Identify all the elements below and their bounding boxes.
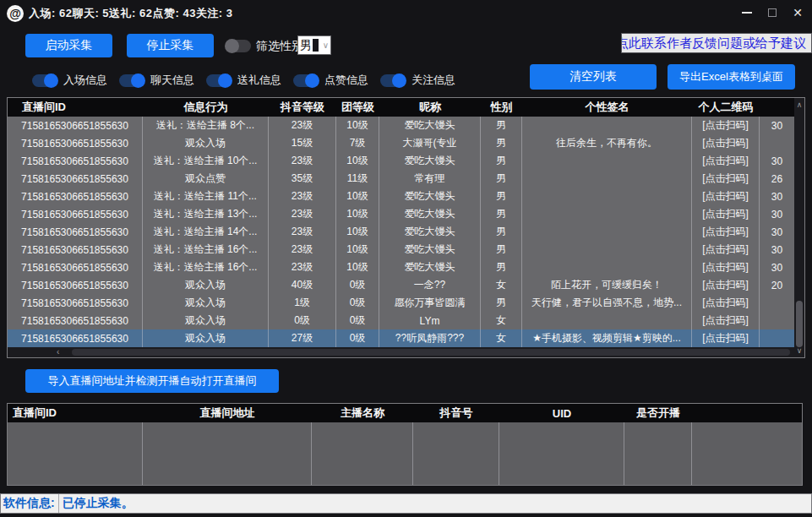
- gender-filter-label: 筛选性别: [256, 39, 303, 54]
- cell-signature: 陌上花开，可缓缓归矣！: [522, 276, 692, 294]
- cell-douyin-level: 23级: [269, 258, 336, 276]
- table-row[interactable]: 7158165306651855630送礼：送给主播 16个...23级10级爱…: [8, 241, 804, 258]
- minimize-button[interactable]: [737, 3, 757, 22]
- scrollbar-thumb[interactable]: [796, 301, 803, 347]
- cell-nickname: LYm: [379, 312, 481, 329]
- cell-action: 送礼：送给主播 8个...: [143, 117, 269, 134]
- table-row[interactable]: 7158165306651855630观众入场1级0级愿你万事皆圆满男天行健，君…: [8, 294, 804, 312]
- cell-count: 30: [760, 152, 794, 170]
- horizontal-scrollbar[interactable]: ‹: [8, 347, 794, 357]
- cell-gender: 男: [481, 117, 522, 134]
- qr-code-link[interactable]: [点击扫码]: [692, 276, 760, 294]
- toggle-enter-info[interactable]: [32, 74, 57, 87]
- toggle-item: 点赞信息: [293, 73, 368, 88]
- cell-count: 30: [760, 223, 794, 241]
- qr-code-link[interactable]: [点击扫码]: [692, 117, 760, 134]
- header-cell: 直播间ID: [8, 98, 143, 117]
- cell-douyin-level: 40级: [269, 276, 336, 294]
- header-cell: UID: [499, 404, 624, 422]
- table-row[interactable]: 7158165306651855630观众入场0级0级LYm女[点击扫码]: [8, 312, 804, 329]
- qr-code-link[interactable]: [点击扫码]: [692, 241, 760, 258]
- start-collect-button[interactable]: 启动采集: [25, 34, 112, 57]
- toggle-knob: [305, 73, 319, 88]
- close-button[interactable]: ✕: [787, 3, 808, 22]
- qr-code-link[interactable]: [点击扫码]: [692, 329, 760, 347]
- qr-code-link[interactable]: [点击扫码]: [692, 223, 760, 241]
- maximize-button[interactable]: [762, 3, 782, 22]
- cell-count: 30: [760, 188, 794, 205]
- export-excel-button[interactable]: 导出Excel表格到桌面: [668, 64, 795, 90]
- cell-nickname: ??听凤静雨???: [379, 329, 481, 347]
- cell-room-id: 7158165306651855630: [8, 188, 143, 205]
- cell-signature: [522, 188, 692, 205]
- vertical-scrollbar[interactable]: ∧ ∨: [794, 98, 804, 357]
- table-row[interactable]: 7158165306651855630送礼：送给主播 10个...23级10级爱…: [8, 152, 804, 170]
- table-row[interactable]: 7158165306651855630观众入场40级0级一念??女陌上花开，可缓…: [8, 276, 804, 294]
- cell-action: 观众入场: [143, 134, 269, 152]
- toggle-chat-info[interactable]: [119, 74, 144, 87]
- cell-team-level: 10级: [336, 241, 379, 258]
- toggle-item: 送礼信息: [206, 73, 281, 88]
- cell-team-level: 0级: [336, 294, 379, 312]
- gender-filter-toggle[interactable]: [226, 40, 251, 52]
- empty-cell: [312, 422, 413, 485]
- table-row[interactable]: 7158165306651855630观众入场27级0级??听凤静雨???女★手…: [8, 329, 804, 347]
- cell-gender: 男: [481, 258, 522, 276]
- cell-count: 26: [760, 170, 794, 188]
- qr-code-link[interactable]: [点击扫码]: [692, 205, 760, 223]
- clear-list-button[interactable]: 清空列表: [530, 64, 657, 90]
- gender-select[interactable]: 男 ∨: [297, 35, 331, 55]
- text-cursor: [313, 39, 319, 52]
- header-cell: 是否开播: [624, 404, 692, 422]
- toggle-knob: [131, 73, 145, 88]
- toggle-knob: [225, 39, 239, 53]
- qr-code-link[interactable]: [点击扫码]: [692, 188, 760, 205]
- qr-code-link[interactable]: [点击扫码]: [692, 312, 760, 329]
- toggle-gift-info[interactable]: [206, 74, 232, 87]
- cell-signature: [522, 223, 692, 241]
- import-rooms-button[interactable]: 导入直播间地址并检测开播自动打开直播间: [25, 369, 279, 393]
- table-row[interactable]: 7158165306651855630送礼：送给主播 8个...23级10级爱吃…: [8, 117, 804, 134]
- cell-room-id: 7158165306651855630: [8, 241, 143, 258]
- cell-count: 30: [760, 241, 794, 258]
- qr-code-link[interactable]: [点击扫码]: [692, 152, 760, 170]
- table-row[interactable]: 7158165306651855630送礼：送给主播 14个...23级10级爱…: [8, 223, 804, 241]
- cell-douyin-level: 0级: [269, 312, 336, 329]
- header-cell: 团等级: [336, 98, 379, 117]
- header-cell: [760, 98, 794, 117]
- table-row[interactable]: 7158165306651855630送礼：送给主播 13个...23级10级爱…: [8, 205, 804, 223]
- cell-team-level: 10级: [336, 205, 379, 223]
- minimize-icon: [742, 12, 752, 14]
- cell-count: 30: [760, 117, 794, 134]
- qr-code-link[interactable]: [点击扫码]: [692, 258, 760, 276]
- toggle-label: 点赞信息: [324, 73, 368, 88]
- stop-collect-button[interactable]: 停止采集: [127, 34, 214, 57]
- cell-douyin-level: 23级: [269, 152, 336, 170]
- title-bar: @ 入场: 62聊天: 5送礼: 62点赞: 43关注: 3 ✕: [0, 0, 812, 27]
- toggle-label: 聊天信息: [150, 73, 194, 88]
- cell-action: 观众入场: [143, 294, 269, 312]
- cell-gender: 男: [481, 205, 522, 223]
- cell-douyin-level: 1级: [269, 294, 336, 312]
- table-row[interactable]: 7158165306651855630观众入场15级7级大灏哥(专业男往后余生，…: [8, 134, 804, 152]
- table-row[interactable]: 7158165306651855630观众点赞35级11级常有理男[点击扫码]2…: [8, 170, 804, 188]
- cell-team-level: 0级: [336, 329, 379, 347]
- header-cell: 个性签名: [522, 98, 692, 117]
- feedback-link[interactable]: 点此联系作者反馈问题或给予建议: [621, 33, 812, 53]
- cell-douyin-level: 23级: [269, 241, 336, 258]
- scrollbar-thumb[interactable]: [72, 349, 790, 356]
- qr-code-link[interactable]: [点击扫码]: [692, 134, 760, 152]
- cell-action: 送礼：送给主播 11个...: [143, 188, 269, 205]
- scroll-down-icon: ∨: [797, 346, 803, 356]
- table-row[interactable]: 7158165306651855630送礼：送给主播 11个...23级10级爱…: [8, 188, 804, 205]
- qr-code-link[interactable]: [点击扫码]: [692, 294, 760, 312]
- cell-nickname: 爱吃大馒头: [379, 117, 481, 134]
- header-cell: 信息行为: [143, 98, 269, 117]
- cell-action: 送礼：送给主播 10个...: [143, 152, 269, 170]
- table-row[interactable]: 7158165306651855630送礼：送给主播 16个...23级10级爱…: [8, 258, 804, 276]
- room-table-header: 直播间ID直播间地址主播名称抖音号UID是否开播: [8, 404, 802, 422]
- toggle-like-info[interactable]: [293, 74, 319, 87]
- cell-gender: 女: [481, 312, 522, 329]
- toggle-follow-info[interactable]: [380, 74, 406, 87]
- qr-code-link[interactable]: [点击扫码]: [692, 170, 760, 188]
